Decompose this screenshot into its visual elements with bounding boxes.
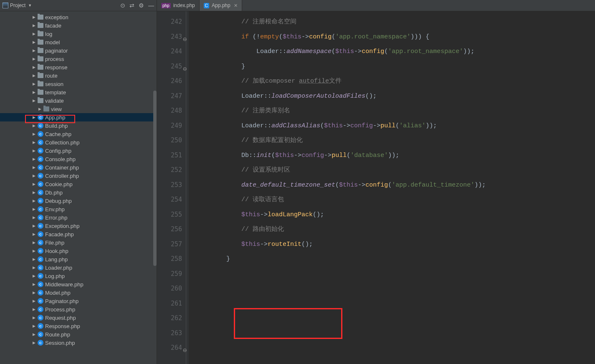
code-line[interactable]: // 设置系统时区 (196, 163, 595, 178)
scrollbar[interactable] (153, 91, 157, 266)
code-line[interactable]: Loader::addClassAlias($this->config->pul… (196, 119, 595, 134)
file-Request.php[interactable]: ▶CRequest.php (0, 313, 157, 322)
folder-route[interactable]: ▶route (0, 71, 157, 80)
tab-label: index.php (173, 3, 195, 8)
file-Cookie.php[interactable]: ▶CCookie.php (0, 180, 157, 188)
folder-facade[interactable]: ▶facade (0, 21, 157, 30)
code-line[interactable]: // 加载composer autofile文件 (196, 74, 595, 89)
file-File.php[interactable]: ▶CFile.php (0, 238, 157, 247)
tree-item-label: Error.php (45, 215, 67, 221)
gear-icon[interactable]: ⚙ (139, 2, 144, 9)
code-line[interactable]: // 注册根命名空间 (196, 15, 595, 30)
file-Middleware.php[interactable]: ▶CMiddleware.php (0, 280, 157, 288)
chevron-right-icon: ▶ (32, 332, 36, 336)
file-Error.php[interactable]: ▶CError.php (0, 213, 157, 222)
fold-icon[interactable]: ⊖ (180, 343, 187, 350)
tree-item-label: route (45, 73, 58, 79)
file-Process.php[interactable]: ▶CProcess.php (0, 305, 157, 313)
file-Build.php[interactable]: ▶CBuild.php (0, 121, 157, 130)
file-Cache.php[interactable]: ▶CCache.php (0, 130, 157, 138)
folder-icon (38, 15, 43, 20)
folder-icon (38, 48, 43, 53)
folder-icon (38, 31, 43, 36)
file-Response.php[interactable]: ▶CResponse.php (0, 322, 157, 330)
folder-template[interactable]: ▶template (0, 88, 157, 96)
code-line[interactable]: // 路由初始化 (196, 222, 595, 237)
code-area[interactable]: // 注册根命名空间 if (!empty($this->config('app… (189, 11, 595, 364)
tree-item-label: template (45, 89, 66, 96)
code-line[interactable]: } (196, 59, 595, 74)
line-number: 261 (157, 296, 182, 311)
tab-index.php[interactable]: phpindex.php (157, 0, 200, 11)
file-App.php[interactable]: ▶CApp.php (0, 113, 157, 121)
code-line[interactable]: Db::init($this->config->pull('database')… (196, 148, 595, 163)
folder-view[interactable]: ▶view (0, 105, 157, 113)
php-file-icon: C (38, 273, 43, 279)
file-Session.php[interactable]: ▶CSession.php (0, 339, 157, 347)
tab-App.php[interactable]: CApp.php✕ (200, 0, 242, 11)
file-Log.php[interactable]: ▶CLog.php (0, 272, 157, 280)
code-line[interactable]: Loader::addNamespace($this->config('app.… (196, 44, 595, 59)
file-Controller.php[interactable]: ▶CController.php (0, 172, 157, 180)
file-Collection.php[interactable]: ▶CCollection.php (0, 138, 157, 147)
folder-log[interactable]: ▶log (0, 30, 157, 38)
folder-session[interactable]: ▶session (0, 80, 157, 88)
chevron-right-icon: ▶ (32, 140, 36, 144)
code-line[interactable]: // 注册类库别名 (196, 104, 595, 119)
code-line[interactable]: date_default_timezone_set($this->config(… (196, 178, 595, 193)
php-file-icon: C (38, 306, 43, 312)
chevron-right-icon: ▶ (32, 90, 36, 94)
file-Debug.php[interactable]: ▶CDebug.php (0, 197, 157, 205)
folder-model[interactable]: ▶model (0, 38, 157, 46)
file-Loader.php[interactable]: ▶CLoader.php (0, 263, 157, 272)
minimize-icon[interactable]: — (148, 2, 154, 9)
tree-item-label: App.php (45, 114, 65, 121)
code-line[interactable]: $this->loadLangPack(); (196, 207, 595, 222)
file-Route.php[interactable]: ▶CRoute.php (0, 330, 157, 339)
line-number: 253 (157, 178, 182, 193)
chevron-right-icon: ▶ (32, 307, 36, 311)
file-Paginator.php[interactable]: ▶CPaginator.php (0, 297, 157, 305)
file-Container.php[interactable]: ▶CContainer.php (0, 163, 157, 172)
file-Facade.php[interactable]: ▶CFacade.php (0, 230, 157, 238)
tree-item-label: Lang.php (45, 256, 68, 263)
chevron-right-icon: ▶ (32, 82, 36, 86)
file-Console.php[interactable]: ▶CConsole.php (0, 155, 157, 163)
collapse-icon[interactable]: ⇄ (129, 2, 134, 9)
folder-process[interactable]: ▶process (0, 55, 157, 63)
code-line[interactable]: Loader::loadComposerAutoloadFiles(); (196, 89, 595, 104)
folder-paginator[interactable]: ▶paginator (0, 46, 157, 55)
code-line[interactable]: // 读取语言包 (196, 192, 595, 207)
tree-item-label: Process.php (45, 306, 75, 313)
folder-icon (38, 65, 43, 70)
close-icon[interactable]: ✕ (234, 3, 238, 8)
chevron-right-icon: ▶ (32, 257, 36, 261)
tree-item-label: Exception.php (45, 223, 79, 229)
folder-validate[interactable]: ▶validate (0, 96, 157, 105)
file-type-icon: php (161, 3, 171, 8)
folder-exception[interactable]: ▶exception (0, 13, 157, 21)
php-file-icon: C (38, 231, 43, 237)
chevron-right-icon: ▶ (32, 165, 36, 169)
project-tree[interactable]: ▶exception▶facade▶log▶model▶paginator▶pr… (0, 11, 157, 364)
folder-response[interactable]: ▶response (0, 63, 157, 71)
code-line[interactable]: } (196, 252, 595, 267)
file-Lang.php[interactable]: ▶CLang.php (0, 255, 157, 263)
line-number: 247 (157, 89, 182, 104)
code-line[interactable]: if (!empty($this->config('app.root_names… (196, 30, 595, 45)
file-Exception.php[interactable]: ▶CException.php (0, 222, 157, 230)
fold-icon[interactable]: ⊖ (180, 62, 187, 68)
line-number: 260 (157, 281, 182, 296)
target-icon[interactable]: ⊙ (120, 2, 125, 9)
php-file-icon: C (38, 139, 43, 145)
chevron-down-icon[interactable]: ▼ (28, 3, 32, 8)
code-line[interactable]: // 数据库配置初始化 (196, 133, 595, 148)
file-Hook.php[interactable]: ▶CHook.php (0, 247, 157, 255)
file-Model.php[interactable]: ▶CModel.php (0, 288, 157, 297)
file-Config.php[interactable]: ▶CConfig.php (0, 147, 157, 155)
file-Db.php[interactable]: ▶CDb.php (0, 188, 157, 197)
project-label[interactable]: Project (10, 3, 25, 8)
file-Env.php[interactable]: ▶CEnv.php (0, 205, 157, 213)
fold-icon[interactable]: ⊖ (180, 32, 187, 39)
code-line[interactable]: $this->routeInit(); (196, 237, 595, 252)
